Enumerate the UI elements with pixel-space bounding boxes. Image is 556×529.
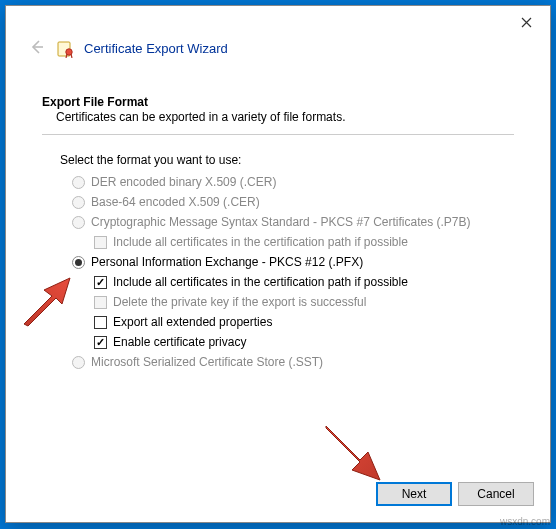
option-pfx-privacy[interactable]: Enable certificate privacy (94, 335, 514, 349)
label-pfx: Personal Information Exchange - PKCS #12… (91, 255, 363, 269)
checkbox-pfx-extended[interactable] (94, 316, 107, 329)
radio-pkcs7 (72, 216, 85, 229)
format-options: DER encoded binary X.509 (.CER) Base-64 … (72, 175, 514, 369)
label-pfx-extended: Export all extended properties (113, 315, 272, 329)
label-pfx-delete: Delete the private key if the export is … (113, 295, 366, 309)
label-pkcs7: Cryptographic Message Syntax Standard - … (91, 215, 471, 229)
option-base64: Base-64 encoded X.509 (.CER) (72, 195, 514, 209)
option-pfx-include[interactable]: Include all certificates in the certific… (94, 275, 514, 289)
radio-sst (72, 356, 85, 369)
label-der: DER encoded binary X.509 (.CER) (91, 175, 276, 189)
checkbox-pfx-include[interactable] (94, 276, 107, 289)
option-pkcs7-include: Include all certificates in the certific… (94, 235, 514, 249)
radio-pfx[interactable] (72, 256, 85, 269)
label-pkcs7-include: Include all certificates in the certific… (113, 235, 408, 249)
option-pfx-extended[interactable]: Export all extended properties (94, 315, 514, 329)
section-heading: Export File Format (42, 95, 514, 109)
label-pfx-include: Include all certificates in the certific… (113, 275, 408, 289)
titlebar (6, 6, 550, 38)
footer-buttons: Next Cancel (6, 472, 550, 522)
cancel-button[interactable]: Cancel (458, 482, 534, 506)
radio-der (72, 176, 85, 189)
close-button[interactable] (506, 8, 546, 36)
label-pfx-privacy: Enable certificate privacy (113, 335, 246, 349)
option-sst: Microsoft Serialized Certificate Store (… (72, 355, 514, 369)
radio-base64 (72, 196, 85, 209)
back-arrow-icon[interactable] (28, 38, 46, 59)
certificate-icon (56, 40, 74, 58)
section-subtitle: Certificates can be exported in a variet… (56, 110, 514, 124)
next-button[interactable]: Next (376, 482, 452, 506)
label-sst: Microsoft Serialized Certificate Store (… (91, 355, 323, 369)
separator (42, 134, 514, 135)
option-pfx[interactable]: Personal Information Exchange - PKCS #12… (72, 255, 514, 269)
checkbox-pfx-delete (94, 296, 107, 309)
checkbox-pkcs7-include (94, 236, 107, 249)
option-pkcs7: Cryptographic Message Syntax Standard - … (72, 215, 514, 229)
wizard-window: Certificate Export Wizard Export File Fo… (5, 5, 551, 523)
wizard-header: Certificate Export Wizard (6, 38, 550, 67)
content-area: Export File Format Certificates can be e… (6, 67, 550, 472)
wizard-title: Certificate Export Wizard (84, 41, 228, 56)
checkbox-pfx-privacy[interactable] (94, 336, 107, 349)
label-base64: Base-64 encoded X.509 (.CER) (91, 195, 260, 209)
close-icon (521, 17, 532, 28)
watermark: wsxdn.com (500, 516, 550, 527)
option-pfx-delete: Delete the private key if the export is … (94, 295, 514, 309)
option-der: DER encoded binary X.509 (.CER) (72, 175, 514, 189)
format-prompt: Select the format you want to use: (60, 153, 514, 167)
